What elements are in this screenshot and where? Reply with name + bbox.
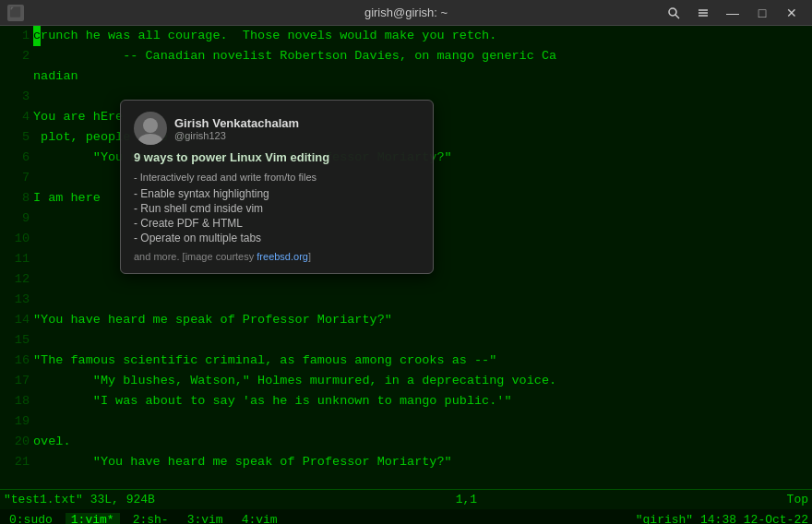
line-number: 21 <box>0 452 33 472</box>
svg-line-1 <box>675 15 679 18</box>
window-controls: — □ ✕ <box>661 3 805 23</box>
editor-line: 20ovel. <box>0 432 812 452</box>
line-text: ovel. <box>33 432 71 452</box>
user-avatar <box>134 112 167 145</box>
footer-link[interactable]: freebsd.org <box>257 251 308 262</box>
line-number: 14 <box>0 310 33 330</box>
line-number: 10 <box>0 229 33 249</box>
line-text: "The famous scientific criminal, as famo… <box>33 351 496 371</box>
line-number <box>0 66 33 87</box>
editor-line: 15 <box>0 330 812 351</box>
status-position: 1,1 Top <box>456 493 808 506</box>
line-number: 6 <box>0 148 33 168</box>
notification-meta: Girish Venkatachalam @girish123 <box>174 116 420 141</box>
line-number: 2 <box>0 46 33 66</box>
line-number: 4 <box>0 107 33 127</box>
notification-list: Enable syntax highlightingRun shell cmd … <box>134 186 420 245</box>
editor-line: 18 "I was about to say 'as he is unknown… <box>0 391 812 411</box>
line-number: 13 <box>0 290 33 310</box>
line-text: I am here <box>33 188 101 208</box>
line-number: 19 <box>0 411 33 432</box>
line-number: 15 <box>0 330 33 351</box>
line-number: 18 <box>0 391 33 411</box>
notification-list-item: Run shell cmd inside vim <box>134 201 420 216</box>
line-text: "You have heard me speak of Professor Mo… <box>33 452 452 472</box>
notification-header: Girish Venkatachalam @girish123 <box>134 112 420 145</box>
editor-line: 21 "You have heard me speak of Professor… <box>0 452 812 472</box>
notification-section: - Interactively read and write from/to f… <box>134 172 420 183</box>
tab-item-0[interactable]: 0:sudo <box>4 513 58 525</box>
line-number: 1 <box>0 26 33 46</box>
line-text: crunch he was all courage. Those novels … <box>33 26 496 46</box>
editor-line: 17 "My blushes, Watson," Holmes murmured… <box>0 371 812 391</box>
editor-area: 1crunch he was all courage. Those novels… <box>0 26 812 489</box>
notification-username: Girish Venkatachalam <box>174 116 420 130</box>
editor-line: 14"You have heard me speak of Professor … <box>0 310 812 330</box>
editor-line: 1crunch he was all courage. Those novels… <box>0 26 812 46</box>
line-number: 12 <box>0 269 33 290</box>
tab-item-4[interactable]: 4:vim <box>236 513 283 525</box>
line-text: "My blushes, Watson," Holmes murmured, i… <box>33 371 556 391</box>
notification-popup: Girish Venkatachalam @girish123 9 ways t… <box>120 100 434 274</box>
line-number: 7 <box>0 168 33 188</box>
notification-list-item: Create PDF & HTML <box>134 216 420 231</box>
svg-point-6 <box>138 134 162 145</box>
tab-item-1[interactable]: 1:vim* <box>66 513 120 525</box>
line-text: "I was about to say 'as he is unknown to… <box>33 391 511 411</box>
editor-line: 19 <box>0 411 812 432</box>
line-text: nadian <box>33 66 78 87</box>
tab-item-3[interactable]: 3:vim <box>182 513 229 525</box>
line-number: 8 <box>0 188 33 208</box>
line-number: 3 <box>0 87 33 107</box>
editor-line: nadian <box>0 66 812 87</box>
line-number: 5 <box>0 127 33 148</box>
footer-end: ] <box>308 251 311 262</box>
line-text: You are hEre <box>33 107 123 127</box>
line-number: 17 <box>0 371 33 391</box>
notification-title: 9 ways to power Linux Vim editing <box>134 150 420 164</box>
editor-line: 16"The famous scientific criminal, as fa… <box>0 351 812 371</box>
title-bar-left: ⬛ <box>7 5 24 21</box>
search-button[interactable] <box>661 3 687 23</box>
status-bar: "test1.txt" 33L, 924B 1,1 Top <box>0 489 812 509</box>
title-bar: ⬛ girish@girish: ~ — □ ✕ <box>0 0 812 26</box>
terminal-icon: ⬛ <box>7 5 24 21</box>
line-number: 20 <box>0 432 33 452</box>
svg-point-0 <box>669 8 676 16</box>
editor-line: 13 <box>0 290 812 310</box>
close-button[interactable]: ✕ <box>779 3 805 23</box>
window-title: girish@girish: ~ <box>364 6 448 19</box>
svg-point-5 <box>143 118 158 133</box>
status-filename: "test1.txt" 33L, 924B <box>4 493 155 506</box>
maximize-button[interactable]: □ <box>749 3 775 23</box>
line-number: 16 <box>0 351 33 371</box>
notification-footer: and more. [image courtesy freebsd.org] <box>134 251 420 262</box>
tab-bar: 0:sudo1:vim*2:sh-3:vim4:vim"girish" 14:3… <box>0 509 812 524</box>
line-number: 9 <box>0 208 33 229</box>
notification-handle: @girish123 <box>174 130 420 141</box>
cursor: c <box>33 26 41 46</box>
line-text: -- Canadian novelist Robertson Davies, o… <box>33 46 556 66</box>
footer-text: and more. [image courtesy <box>134 251 257 262</box>
tab-item-2[interactable]: 2:sh- <box>127 513 174 525</box>
tabbar-right: "girish" 14:38 12-Oct-22 <box>636 513 808 525</box>
line-text: "You have heard me speak of Professor Mo… <box>33 310 392 330</box>
editor-line: 2 -- Canadian novelist Robertson Davies,… <box>0 46 812 66</box>
line-number: 11 <box>0 249 33 269</box>
menu-button[interactable] <box>690 3 716 23</box>
notification-list-item: Enable syntax highlighting <box>134 186 420 201</box>
notification-list-item: Operate on multiple tabs <box>134 231 420 245</box>
minimize-button[interactable]: — <box>720 3 746 23</box>
